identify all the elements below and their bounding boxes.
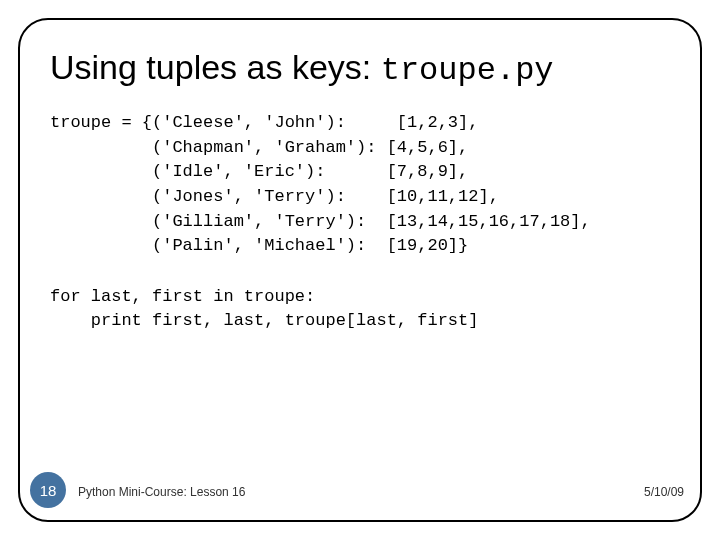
slide-title: Using tuples as keys: troupe.py	[50, 48, 670, 89]
slide-frame: Using tuples as keys: troupe.py troupe =…	[18, 18, 702, 522]
page-number-badge: 18	[30, 472, 66, 508]
code-block-loop: for last, first in troupe: print first, …	[50, 285, 670, 334]
code-block-dict: troupe = {('Cleese', 'John'): [1,2,3], (…	[50, 111, 670, 259]
slide-footer: 18 Python Mini-Course: Lesson 16 5/10/09	[20, 478, 700, 506]
title-text: Using tuples as keys:	[50, 48, 381, 86]
footer-course: Python Mini-Course: Lesson 16	[78, 485, 245, 499]
title-filename: troupe.py	[381, 52, 554, 89]
footer-date: 5/10/09	[644, 485, 684, 499]
slide: Using tuples as keys: troupe.py troupe =…	[0, 0, 720, 540]
